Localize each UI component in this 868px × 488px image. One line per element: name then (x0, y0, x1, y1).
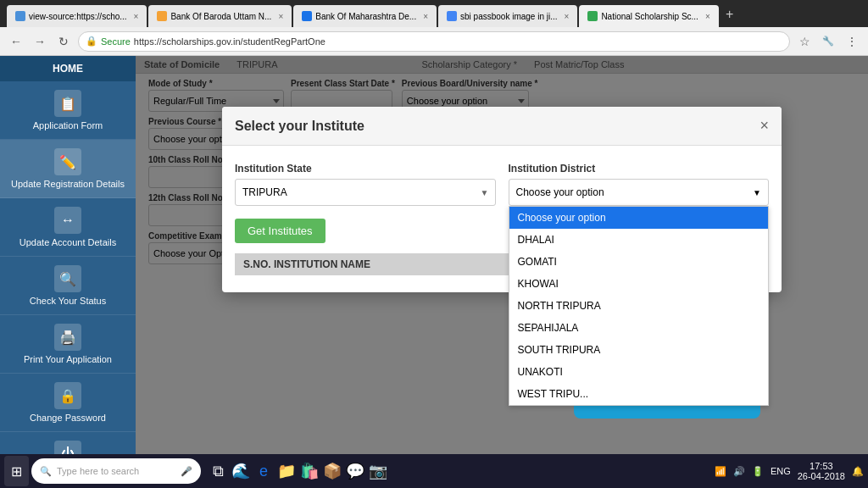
volume-icon: 🔊 (733, 466, 745, 477)
date-display: 26-04-2018 (798, 471, 845, 481)
tab-3-close[interactable]: × (423, 12, 428, 21)
language-label: ENG (771, 466, 791, 476)
district-dropdown-list: Choose your option DHALAI GOMATI KHOWAI … (509, 206, 770, 406)
update-registration-icon: ✏️ (54, 148, 81, 175)
sidebar-item-print-application[interactable]: 🖨️ Print Your Application (0, 315, 136, 374)
sidebar-item-update-registration[interactable]: ✏️ Update Registration Details (0, 140, 136, 198)
search-placeholder-text: Type here to search (57, 466, 139, 476)
sidebar-item-application-form[interactable]: 📋 Application Form (0, 81, 136, 140)
taskbar-icon-ie[interactable]: e (253, 461, 274, 481)
institution-district-dropdown[interactable]: Choose your option ▼ Choose your option … (509, 179, 770, 206)
notification-icon[interactable]: 🔔 (852, 466, 864, 477)
district-option-sepahijala[interactable]: SEPAHIJALA (509, 317, 769, 339)
taskbar: ⊞ 🔍 Type here to search 🎤 ⧉ 🌊 e 📁 🛍️ 📦 💬… (0, 454, 868, 488)
sidebar-item-label: Update Registration Details (11, 179, 125, 189)
tab-2[interactable]: Bank Of Baroda Uttam N... × (148, 5, 292, 27)
modal-title: Select your Institute (235, 119, 364, 134)
taskbar-icon-explorer[interactable]: 📁 (276, 461, 297, 481)
tab-2-close[interactable]: × (278, 12, 283, 21)
windows-icon: ⊞ (11, 463, 22, 480)
district-option-north-tripura[interactable]: NORTH TRIPURA (509, 295, 769, 317)
check-status-icon: 🔍 (54, 265, 81, 292)
tab-2-label: Bank Of Baroda Uttam N... (170, 12, 271, 21)
battery-icon: 🔋 (752, 466, 764, 477)
institution-district-selected[interactable]: Choose your option ▼ (509, 179, 770, 206)
time-block: 17:53 26-04-2018 (798, 461, 845, 481)
sidebar-item-label: Application Form (33, 120, 103, 130)
time-display: 17:53 (810, 461, 833, 471)
district-option-unakoti[interactable]: UNAKOTI (509, 361, 769, 383)
secure-label: Secure (101, 36, 131, 47)
tab-4-favicon (447, 11, 457, 21)
sidebar: HOME 📋 Application Form ✏️ Update Regist… (0, 56, 136, 463)
sidebar-item-label: Change Password (30, 413, 106, 423)
institution-district-label: Institution District (509, 163, 770, 175)
taskbar-icon-camera[interactable]: 📷 (368, 461, 388, 481)
modal-overlay[interactable]: Select your Institute × Institution Stat… (136, 56, 868, 463)
print-application-icon: 🖨️ (54, 324, 81, 351)
lock-icon: 🔒 (86, 36, 97, 47)
taskbar-search-bar[interactable]: 🔍 Type here to search 🎤 (31, 458, 201, 484)
sidebar-item-check-status[interactable]: 🔍 Check Your Status (0, 257, 136, 315)
taskbar-icon-taskview[interactable]: ⧉ (208, 461, 228, 481)
microphone-icon: 🎤 (181, 466, 192, 477)
get-institutes-button[interactable]: Get Institutes (235, 219, 326, 243)
district-option-dhalai[interactable]: DHALAI (509, 229, 769, 251)
tab-2-favicon (157, 11, 167, 21)
star-icon[interactable]: ☆ (795, 32, 814, 51)
search-icon: 🔍 (40, 466, 52, 477)
address-bar[interactable]: 🔒 Secure https://scholarships.gov.in/stu… (78, 31, 790, 52)
district-option-choose[interactable]: Choose your option (509, 207, 769, 229)
district-option-south-tripura[interactable]: SOUTH TRIPURA (509, 339, 769, 361)
extensions-icon[interactable]: 🔧 (819, 32, 837, 51)
sidebar-item-change-password[interactable]: 🔒 Change Password (0, 374, 136, 432)
district-option-west-tripura[interactable]: WEST TRIPU... (509, 383, 769, 405)
taskbar-icon-amazon[interactable]: 📦 (322, 461, 342, 481)
taskbar-icon-edge[interactable]: 🌊 (231, 461, 251, 481)
institution-state-select[interactable]: TRIPURA (235, 179, 496, 206)
tab-1-label: view-source:https://scho... (29, 12, 127, 21)
change-password-icon: 🔒 (54, 382, 81, 409)
select-institute-modal: Select your Institute × Institution Stat… (222, 107, 782, 292)
tab-5-label: National Scholarship Sc... (601, 12, 698, 21)
tab-1-favicon (15, 11, 25, 21)
tab-4[interactable]: sbi passbook image in ji... × (438, 5, 577, 27)
network-icon: 📶 (715, 466, 726, 477)
modal-body: Institution State TRIPURA Institution Di… (222, 146, 782, 292)
nav-bar: ← → ↻ 🔒 Secure https://scholarships.gov.… (0, 27, 868, 56)
menu-icon[interactable]: ⋮ (843, 32, 861, 51)
application-form-icon: 📋 (54, 90, 81, 117)
taskbar-icon-green[interactable]: 💬 (345, 461, 365, 481)
tab-3-favicon (302, 11, 312, 21)
sidebar-item-label: Update Account Details (19, 237, 116, 247)
institution-state-wrapper: TRIPURA (235, 179, 496, 206)
start-button[interactable]: ⊞ (4, 456, 29, 486)
district-selected-text: Choose your option (516, 186, 604, 198)
tab-1-close[interactable]: × (134, 12, 139, 21)
institution-state-label: Institution State (235, 163, 496, 175)
page-content: State of Domicile TRIPURA Scholarship Ca… (136, 56, 868, 463)
tab-4-label: sbi passbook image in ji... (460, 12, 558, 21)
back-button[interactable]: ← (7, 32, 25, 51)
browser-tabs-bar: view-source:https://scho... × Bank Of Ba… (0, 0, 868, 27)
tab-5-close[interactable]: × (705, 12, 710, 21)
district-option-gomati[interactable]: GOMATI (509, 251, 769, 273)
modal-header: Select your Institute × (222, 107, 782, 146)
taskbar-icon-store[interactable]: 🛍️ (299, 461, 320, 481)
update-account-icon: ↔️ (54, 207, 81, 234)
district-option-khowai[interactable]: KHOWAI (509, 273, 769, 295)
modal-close-button[interactable]: × (760, 117, 769, 135)
tab-3[interactable]: Bank Of Maharashtra De... × (293, 5, 437, 27)
tab-3-label: Bank Of Maharashtra De... (315, 12, 416, 21)
new-tab-button[interactable]: + (721, 5, 739, 24)
sidebar-item-label: Print Your Application (24, 354, 112, 364)
district-chevron-icon: ▼ (753, 188, 761, 197)
tab-1[interactable]: view-source:https://scho... × (7, 5, 147, 27)
forward-button[interactable]: → (31, 32, 49, 51)
tab-5[interactable]: National Scholarship Sc... × (579, 5, 718, 27)
sidebar-home[interactable]: HOME (0, 56, 136, 81)
reload-button[interactable]: ↻ (54, 32, 73, 51)
tab-4-close[interactable]: × (565, 12, 570, 21)
sidebar-item-update-account[interactable]: ↔️ Update Account Details (0, 198, 136, 257)
sidebar-item-label: Check Your Status (30, 296, 107, 306)
